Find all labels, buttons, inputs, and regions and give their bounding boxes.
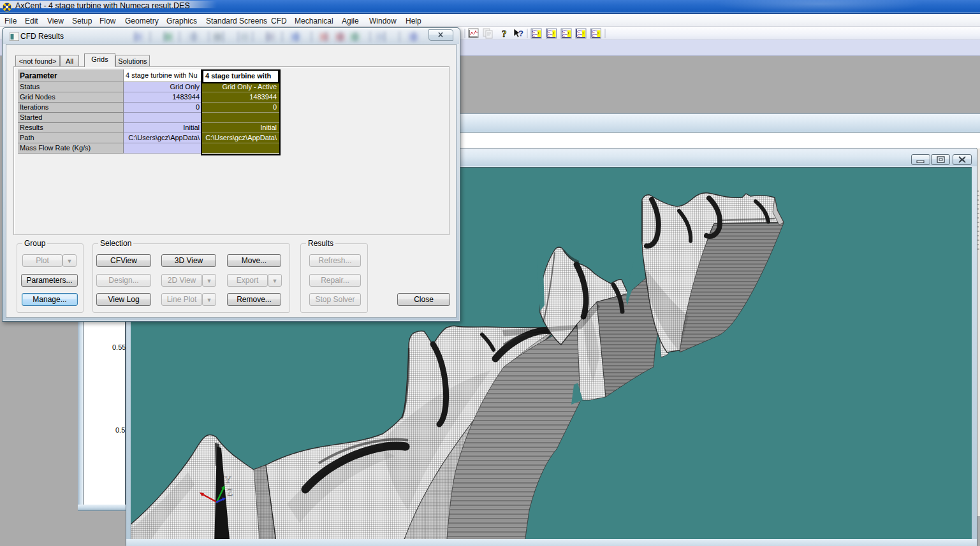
svg-text:?: ? [518, 29, 523, 38]
svg-text:Y: Y [224, 475, 231, 485]
svg-text:Z: Z [227, 487, 233, 498]
svg-text:?: ? [502, 29, 507, 39]
